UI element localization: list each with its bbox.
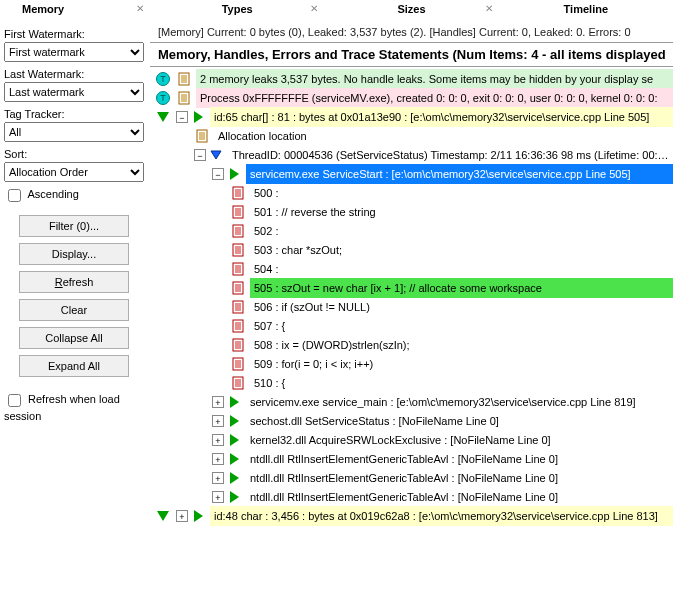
arrow-down-icon (155, 508, 171, 524)
arrow-right-icon (226, 432, 242, 448)
filter-button[interactable]: Filter (0)... (19, 215, 129, 237)
source-line-icon (230, 204, 246, 220)
expander[interactable]: + (212, 453, 224, 465)
arrow-right-icon (190, 508, 206, 524)
clear-button[interactable]: Clear (19, 299, 129, 321)
code-line[interactable]: 503 : char *szOut; (250, 240, 673, 260)
first-watermark-label: First Watermark: (4, 28, 144, 40)
close-icon[interactable]: ✕ (136, 3, 144, 14)
code-line-current[interactable]: 505 : szOut = new char [ix + 1]; // allo… (250, 278, 673, 298)
refresh-when-label: Refresh when load session (4, 393, 120, 422)
arrow-right-icon (226, 166, 242, 182)
source-line-icon (230, 337, 246, 353)
status-line: [Memory] Current: 0 bytes (0), Leaked: 3… (150, 22, 673, 42)
tree-alloc-location[interactable]: Allocation location (214, 126, 673, 146)
first-watermark-select[interactable]: First watermark (4, 42, 144, 62)
arrow-right-icon (226, 451, 242, 467)
tab-memory[interactable]: Memory ✕ (0, 0, 150, 22)
stack-frame[interactable]: ntdll.dll RtlInsertElementGenericTableAv… (246, 468, 673, 488)
arrow-right-icon (226, 489, 242, 505)
tab-types-label: Types (222, 3, 253, 15)
code-line[interactable]: 506 : if (szOut != NULL) (250, 297, 673, 317)
tree-thread[interactable]: ThreadID: 00004536 (SetServiceStatus) Ti… (228, 145, 673, 165)
arrow-right-icon (226, 470, 242, 486)
expander[interactable]: − (212, 168, 224, 180)
code-line[interactable]: 504 : (250, 259, 673, 279)
source-line-icon (230, 223, 246, 239)
tab-sizes[interactable]: Sizes✕ (324, 0, 498, 22)
stack-frame[interactable]: ntdll.dll RtlInsertElementGenericTableAv… (246, 487, 673, 507)
source-line-icon (230, 318, 246, 334)
arrow-down-icon (155, 109, 171, 125)
expander[interactable]: + (212, 491, 224, 503)
expand-all-button[interactable]: Expand All (19, 355, 129, 377)
tree-info-leaks[interactable]: 2 memory leaks 3,537 bytes. No handle le… (196, 69, 673, 89)
tab-timeline[interactable]: Timeline (499, 0, 673, 22)
expander[interactable]: + (212, 415, 224, 427)
code-line[interactable]: 510 : { (250, 373, 673, 393)
arrow-right-icon (226, 394, 242, 410)
expander[interactable]: + (212, 434, 224, 446)
ascending-label: Ascending (27, 188, 78, 200)
code-line[interactable]: 500 : (250, 183, 673, 203)
tree-frame-selected[interactable]: servicemv.exe ServiceStart : [e:\om\c\me… (246, 164, 673, 184)
code-line[interactable]: 509 : for(i = 0; i < ix; i++) (250, 354, 673, 374)
refresh-when-checkbox[interactable] (8, 394, 21, 407)
last-watermark-label: Last Watermark: (4, 68, 144, 80)
stack-frame[interactable]: servicemv.exe service_main : [e:\om\c\me… (246, 392, 673, 412)
stack-frame[interactable]: sechost.dll SetServiceStatus : [NoFileNa… (246, 411, 673, 431)
expander[interactable]: + (212, 396, 224, 408)
tree-process[interactable]: Process 0xFFFFFFFE (serviceMV.exe), crea… (196, 88, 673, 108)
thread-icon (155, 90, 171, 106)
expander[interactable]: + (176, 510, 188, 522)
thread-icon (155, 71, 171, 87)
chevron-down-icon (208, 147, 224, 163)
code-line[interactable]: 507 : { (250, 316, 673, 336)
expander[interactable]: − (194, 149, 206, 161)
tree-view[interactable]: 2 memory leaks 3,537 bytes. No handle le… (150, 67, 673, 612)
source-line-icon (230, 299, 246, 315)
source-line-icon (230, 375, 246, 391)
tag-tracker-select[interactable]: All (4, 122, 144, 142)
tab-sizes-label: Sizes (397, 3, 425, 15)
sort-select[interactable]: Allocation Order (4, 162, 144, 182)
arrow-right-icon (226, 413, 242, 429)
tab-timeline-label: Timeline (564, 3, 608, 15)
sort-label: Sort: (4, 148, 144, 160)
doc-icon (176, 90, 192, 106)
source-line-icon (230, 261, 246, 277)
doc-icon (194, 128, 210, 144)
tree-alloc-48[interactable]: id:48 char : 3,456 : bytes at 0x019c62a8… (210, 506, 673, 526)
display-button[interactable]: Display... (19, 243, 129, 265)
tab-memory-label: Memory (22, 3, 64, 15)
stack-frame[interactable]: ntdll.dll RtlInsertElementGenericTableAv… (246, 449, 673, 469)
arrow-right-icon (190, 109, 206, 125)
source-line-icon (230, 280, 246, 296)
main-panel: Types✕ Sizes✕ Timeline [Memory] Current:… (150, 0, 673, 612)
code-line[interactable]: 502 : (250, 221, 673, 241)
sidebar: Memory ✕ First Watermark: First watermar… (0, 0, 150, 612)
header-bar: Memory, Handles, Errors and Trace Statem… (150, 42, 673, 67)
close-icon[interactable]: ✕ (310, 3, 318, 14)
doc-icon (176, 71, 192, 87)
stack-frame[interactable]: kernel32.dll AcquireSRWLockExclusive : [… (246, 430, 673, 450)
close-icon[interactable]: ✕ (485, 3, 493, 14)
collapse-all-button[interactable]: Collapse All (19, 327, 129, 349)
expander[interactable]: + (212, 472, 224, 484)
refresh-button[interactable]: Refresh (19, 271, 129, 293)
tag-tracker-label: Tag Tracker: (4, 108, 144, 120)
ascending-checkbox[interactable] (8, 189, 21, 202)
source-line-icon (230, 356, 246, 372)
last-watermark-select[interactable]: Last watermark (4, 82, 144, 102)
expander[interactable]: − (176, 111, 188, 123)
source-line-icon (230, 242, 246, 258)
code-line[interactable]: 508 : ix = (DWORD)strlen(szIn); (250, 335, 673, 355)
tab-types[interactable]: Types✕ (150, 0, 324, 22)
tree-alloc-65[interactable]: id:65 char[] : 81 : bytes at 0x01a13e90 … (210, 107, 673, 127)
code-line[interactable]: 501 : // reverse the string (250, 202, 673, 222)
source-line-icon (230, 185, 246, 201)
